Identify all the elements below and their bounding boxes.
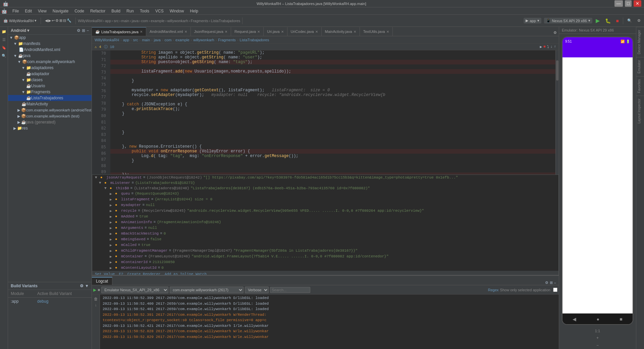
logcat-minimize-icon[interactable]: − — [554, 281, 556, 285]
expand-icon-5[interactable]: ▶ — [110, 203, 114, 207]
expand-icon-8[interactable]: ▶ — [110, 220, 114, 225]
debug-row-8[interactable]: ▶ ● mAnimationInfo = {FragmentAnimationI… — [92, 219, 558, 225]
device-manager-tab[interactable]: Device Manager — [636, 27, 644, 57]
bc-pkg[interactable]: willywonkarh — [193, 38, 214, 42]
bv-settings-icon[interactable]: ⚙ — [80, 284, 84, 288]
tree-fragments[interactable]: ▼ 📁 Fragments — [8, 89, 92, 95]
f2-btn[interactable]: F2 — [119, 272, 123, 275]
tab-textutils-close[interactable]: ✕ — [386, 30, 389, 34]
menu-edit[interactable]: Edit — [22, 8, 35, 14]
debug-row-10[interactable]: ▶ ● mBackStackNesting = 0 — [92, 231, 558, 237]
tab-jsonrequest-close[interactable]: ✕ — [225, 30, 227, 34]
path-listaTrabajadores[interactable]: ListaTrabajadores — [211, 19, 240, 23]
gear-icon[interactable]: ⚙ — [77, 28, 80, 33]
menu-tools[interactable]: Tools — [137, 8, 152, 14]
debug-row-12[interactable]: ▶ ● mCalled = true — [92, 242, 558, 248]
toolbar-project-dropdown[interactable]: 🤖 WillyWonkaRH ▾ — [1, 17, 39, 24]
expand-icon-16[interactable]: ▶ — [110, 266, 114, 270]
step-into-btn[interactable]: ↓ — [550, 45, 553, 49]
bc-example[interactable]: example — [175, 38, 190, 42]
scrollbar-thumb[interactable] — [556, 60, 558, 81]
debug-row-4[interactable]: ▶ ● listaFragment = {ArrayList@10244} si… — [92, 197, 558, 202]
minimize-button[interactable]: — — [614, 0, 623, 7]
debug-button[interactable]: 🐛 — [603, 17, 613, 24]
debug-row-3[interactable]: ▶ ● queu = {RequestQueue@10243} — [92, 191, 558, 197]
bc-app[interactable]: app — [123, 38, 129, 42]
path-example[interactable]: example — [151, 19, 165, 23]
debug-row-2[interactable]: ▼ ● this$0 = {ListaTrabajadores@10240} "… — [92, 186, 558, 191]
tree-androidmanifest[interactable]: 📄 AndroidManifest.xml — [8, 47, 92, 53]
tree-java-generated[interactable]: ▶ ☕ java (generated) — [8, 119, 92, 125]
logcat-stop-icon[interactable]: ■ — [98, 288, 100, 292]
debug-row-5[interactable]: ▶ ● myadapter = null — [92, 202, 558, 208]
phone-recent-btn[interactable]: ■ — [620, 316, 622, 322]
add-inline-watch-btn[interactable]: Add as Inline Watch — [165, 272, 207, 275]
path-willywonkarh[interactable]: WillyWonkaRH — [78, 19, 102, 23]
tab-uri[interactable]: Uri.java ✕ — [264, 27, 287, 36]
expand-icon-9[interactable]: ▶ — [110, 226, 114, 230]
tree-mainactivity[interactable]: ☕ MainActivity — [8, 101, 92, 107]
menu-build[interactable]: Build — [109, 8, 123, 14]
expand-icon-7[interactable]: ▶ — [110, 214, 114, 219]
menu-view[interactable]: View — [35, 8, 49, 14]
layout-inspector-tab[interactable]: Layout Inspector — [636, 96, 644, 126]
menu-refactor[interactable]: Refactor — [88, 8, 108, 14]
zoom-out-icon[interactable]: − — [596, 343, 599, 348]
menu-file[interactable]: File — [10, 8, 21, 14]
expand-icon-6[interactable]: ▶ — [110, 209, 114, 213]
emulator-tab[interactable]: Emulator — [636, 57, 644, 76]
zoom-in-icon[interactable]: + — [596, 336, 599, 340]
bookmarks-icon[interactable]: 🔖 — [1, 44, 7, 51]
path-willywonkarh2[interactable]: willywonkarh — [167, 19, 188, 23]
tab-logcat[interactable]: Logcat — [92, 277, 112, 285]
run-config-dropdown[interactable]: ▶ app ▾ — [524, 18, 541, 23]
debug-row-1[interactable]: ▼ ● mListener = {ListaTrabajadores$1@102… — [92, 180, 558, 186]
project-icon[interactable]: 📁 — [1, 28, 7, 35]
tab-uricodec-close[interactable]: ✕ — [315, 30, 318, 34]
debug-row-7[interactable]: ▶ ● mAdded = true — [92, 214, 558, 219]
expand-icon-2[interactable]: ▼ — [104, 186, 108, 190]
path-fragments[interactable]: Fragments — [191, 19, 208, 23]
create-renderer-btn[interactable]: Create Renderer — [127, 272, 161, 275]
collapse-icon[interactable]: − — [87, 28, 89, 33]
debug-row-15[interactable]: ▶ ● mContainerId = 2131230850 — [92, 259, 558, 265]
menu-code[interactable]: Code — [72, 8, 87, 14]
expand-icon-13[interactable]: ▶ — [110, 249, 114, 253]
path-main[interactable]: main — [121, 19, 129, 23]
code-editor[interactable]: ⚠ 4 ⓘ 10 ▶ ■ ⤵ ↓ ↑ 70 71 7 — [92, 44, 559, 275]
phone-back-btn[interactable]: ◀ — [573, 316, 576, 322]
expand-icon-3[interactable]: ▶ — [110, 192, 114, 196]
close-button[interactable]: ✕ — [634, 0, 641, 7]
step-over-btn[interactable]: ⤵ — [547, 45, 549, 49]
tab-request[interactable]: Request.java ✕ — [231, 27, 264, 36]
bc-lista[interactable]: ListaTrabajadores — [240, 38, 269, 42]
expand-icon-4[interactable]: ▶ — [110, 197, 114, 202]
tab-jsonrequest[interactable]: JsonRequest.java ✕ — [191, 27, 231, 36]
bc-fragments[interactable]: Fragments — [218, 38, 236, 42]
path-app[interactable]: app — [105, 19, 111, 23]
debug-row-6[interactable]: ▶ ● recycle = {RecyclerView@10245} "andr… — [92, 208, 558, 214]
set-value-btn[interactable]: Set Value — [95, 272, 115, 275]
expand-icon-15[interactable]: ▶ — [110, 260, 114, 264]
tree-app[interactable]: ▼ 📦 app — [8, 35, 92, 41]
tree-adaptador[interactable]: ☕ adaptador — [8, 71, 92, 77]
logcat-emulator-dropdown[interactable]: Emulator Nexus_5X_API_29_x86 — [101, 287, 168, 293]
menu-window[interactable]: Window — [167, 8, 187, 14]
logcat-level-dropdown[interactable]: Verbose — [245, 287, 269, 293]
stop-btn2[interactable]: ■ — [543, 45, 546, 49]
tab-uri-close[interactable]: ✕ — [281, 30, 284, 34]
search-everywhere-button[interactable]: 🔍 — [625, 17, 634, 24]
device-dropdown[interactable]: 📱 Nexus 5X API 29 x86 ▾ — [544, 18, 592, 23]
phone-home-btn[interactable]: ● — [597, 316, 599, 322]
debug-row-9[interactable]: ▶ ● mArguments = null — [92, 225, 558, 231]
tab-listatrabajadores[interactable]: ☕ ListaTrabajadores.java ✕ — [92, 27, 146, 36]
tab-androidmanifest-close[interactable]: ✕ — [184, 30, 187, 34]
bc-java[interactable]: java — [154, 38, 161, 42]
tab-uricodec[interactable]: UriCodec.java ✕ — [287, 27, 322, 36]
path-java[interactable]: java — [132, 19, 139, 23]
tree-listatrabajadores[interactable]: ☕ ListaTrabajadores — [8, 95, 92, 101]
tree-adaptadores[interactable]: ▼ 📁 adaptadores — [8, 65, 92, 71]
path-src[interactable]: src — [114, 19, 119, 23]
bv-collapse-icon[interactable]: ▼ — [85, 284, 89, 288]
step-out-btn[interactable]: ↑ — [554, 45, 556, 49]
